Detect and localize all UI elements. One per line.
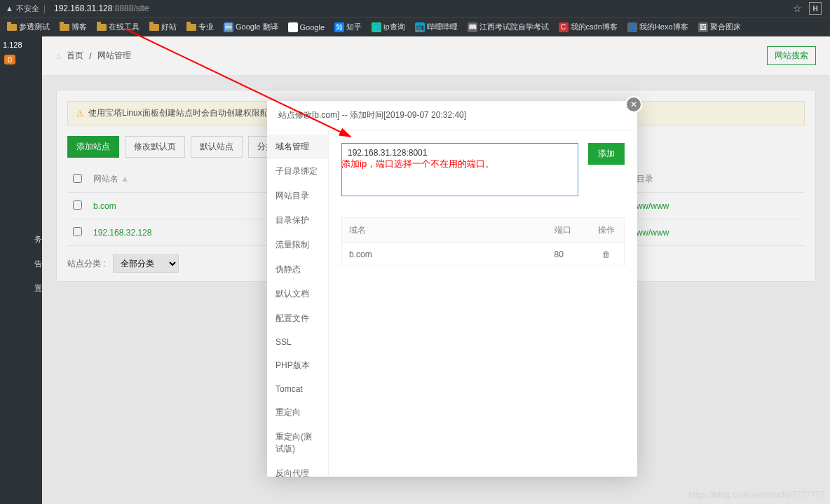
site-icon: 👤 bbox=[627, 22, 637, 32]
col-port: 端口 bbox=[547, 218, 590, 243]
bookmark-item[interactable]: 博客 bbox=[55, 20, 91, 34]
modal-sidebar: 域名管理子目录绑定网站目录目录保护流量限制伪静态默认文档配置文件SSLPHP版本… bbox=[267, 130, 329, 477]
url-display[interactable]: 192.168.31.128:8888/site bbox=[54, 4, 149, 13]
modal-tab[interactable]: 重定向 bbox=[267, 400, 328, 425]
folder-icon bbox=[7, 24, 17, 31]
modal-tab[interactable]: 域名管理 bbox=[267, 135, 328, 159]
col-domain: 域名 bbox=[342, 218, 547, 243]
bookmarks-bar: 参透测试博客在线工具好站专业🔤Google 翻译GGoogle知知乎🌐ip查询📺… bbox=[0, 17, 830, 36]
modal-tab[interactable]: 反向代理 bbox=[267, 461, 328, 477]
sidebar-item[interactable]: 置 bbox=[0, 276, 42, 301]
url-rest: :8888/site bbox=[112, 4, 149, 13]
extension-icon[interactable]: H bbox=[809, 2, 822, 15]
bookmark-item[interactable]: 🔤Google 翻译 bbox=[219, 20, 283, 34]
sidebar-badge: 0 bbox=[4, 55, 15, 64]
bookmark-item[interactable]: 专业 bbox=[182, 20, 218, 34]
insecure-badge: ▲ 不安全 bbox=[6, 4, 39, 14]
bookmark-item[interactable]: 🖼聚合图床 bbox=[694, 20, 745, 34]
sidebar-item[interactable]: 务 bbox=[0, 227, 42, 252]
url-host: 192.168.31.128 bbox=[54, 4, 112, 13]
browser-address-bar: ▲ 不安全 | 192.168.31.128:8888/site ☆ H bbox=[0, 0, 830, 17]
modal-tab[interactable]: 子目录绑定 bbox=[267, 159, 328, 184]
sidebar-ip: 1.128 bbox=[0, 36, 42, 53]
sidebar-item[interactable]: 告 bbox=[0, 252, 42, 276]
modal-tab[interactable]: 网站目录 bbox=[267, 184, 328, 208]
folder-icon bbox=[97, 24, 107, 31]
bookmark-item[interactable]: 知知乎 bbox=[330, 20, 366, 34]
modal-content: 添加 域名 端口 操作 b.com 80 🗑 bbox=[329, 130, 637, 477]
site-icon: C bbox=[559, 22, 569, 32]
modal-tab[interactable]: 默认文档 bbox=[267, 282, 328, 306]
site-icon: 🔤 bbox=[224, 22, 233, 32]
table-row: b.com 80 🗑 bbox=[342, 243, 625, 266]
modal-tab[interactable]: 流量限制 bbox=[267, 233, 328, 257]
close-icon[interactable]: ✕ bbox=[625, 96, 642, 113]
bookmark-item[interactable]: 📺哔哩哔哩 bbox=[411, 20, 462, 34]
bookmark-item[interactable]: 好站 bbox=[145, 20, 181, 34]
bookmark-item[interactable]: 🌐ip查询 bbox=[367, 20, 409, 34]
bookmark-item[interactable]: 参透测试 bbox=[3, 20, 54, 34]
delete-icon[interactable]: 🗑 bbox=[590, 243, 625, 266]
insecure-label: 不安全 bbox=[16, 4, 39, 14]
site-icon: 📺 bbox=[415, 22, 425, 32]
bookmark-item[interactable]: GGoogle bbox=[284, 21, 329, 34]
bookmark-star-icon[interactable]: ☆ bbox=[793, 3, 802, 14]
add-domain-button[interactable]: 添加 bbox=[588, 143, 625, 165]
modal-tab[interactable]: PHP版本 bbox=[267, 353, 328, 378]
modal-tab[interactable]: Tomcat bbox=[267, 378, 328, 400]
port-cell: 80 bbox=[547, 243, 590, 266]
domain-input[interactable] bbox=[341, 143, 578, 196]
site-icon: 📖 bbox=[468, 22, 477, 32]
modal-tab[interactable]: SSL bbox=[267, 331, 328, 353]
bookmark-item[interactable]: 在线工具 bbox=[93, 20, 144, 34]
domain-cell: b.com bbox=[342, 243, 547, 266]
bookmark-item[interactable]: C我的csdn博客 bbox=[555, 20, 622, 34]
site-icon: G bbox=[288, 22, 298, 32]
bookmark-item[interactable]: 📖江西考试院自学考试 bbox=[463, 20, 553, 34]
modal-tab[interactable]: 重定向(测试版) bbox=[267, 425, 328, 461]
modal-tab[interactable]: 伪静态 bbox=[267, 257, 328, 282]
site-icon: 🌐 bbox=[372, 22, 381, 32]
warning-icon: ▲ bbox=[6, 4, 13, 13]
col-action: 操作 bbox=[590, 218, 625, 243]
site-edit-modal: ✕ 站点修改[b.com] -- 添加时间[2019-09-07 20:32:4… bbox=[267, 101, 637, 477]
folder-icon bbox=[186, 24, 196, 31]
folder-icon bbox=[149, 24, 159, 31]
modal-tab[interactable]: 目录保护 bbox=[267, 208, 328, 233]
modal-title: 站点修改[b.com] -- 添加时间[2019-09-07 20:32:40] bbox=[267, 101, 637, 130]
site-icon: 🖼 bbox=[698, 22, 708, 32]
site-icon: 知 bbox=[334, 22, 344, 32]
domain-table: 域名 端口 操作 b.com 80 🗑 bbox=[341, 217, 625, 266]
modal-tab[interactable]: 配置文件 bbox=[267, 306, 328, 331]
app-sidebar: 1.128 0 务 告 置 bbox=[0, 36, 42, 504]
folder-icon bbox=[60, 24, 69, 31]
bookmark-item[interactable]: 👤我的Hexo博客 bbox=[623, 20, 693, 34]
